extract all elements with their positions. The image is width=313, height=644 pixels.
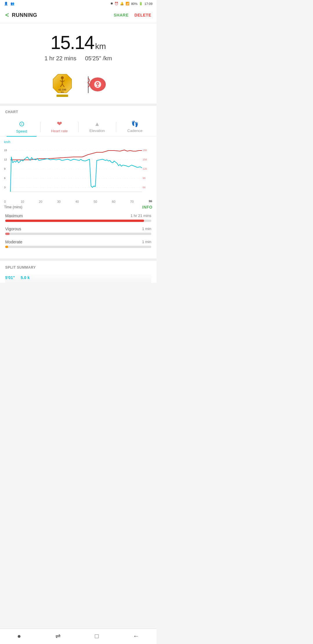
- zone-maximum-header: Maximum 1 hr 21 mins: [5, 214, 151, 218]
- zone-vigorous-header: Vigorous 1 min: [5, 227, 151, 231]
- back-button[interactable]: <: [5, 11, 9, 19]
- bottom-padding: [0, 283, 156, 300]
- status-bar: 👤 👥 ✱ ⏰ 🔔 📶 80% 🔋 17:09: [0, 0, 156, 7]
- svg-point-1: [61, 76, 64, 79]
- svg-text:km: km: [61, 91, 64, 93]
- tab-heartrate[interactable]: ❤ Heart rate: [41, 118, 78, 136]
- svg-text:126: 126: [143, 167, 147, 170]
- section-divider-1: [0, 104, 156, 106]
- speed-icon: ⊙: [19, 120, 25, 128]
- svg-text:9: 9: [4, 167, 6, 170]
- x-label-50: 50: [94, 200, 97, 204]
- split-col2: 5.0 k: [21, 275, 30, 280]
- app-bar: < RUNNING SHARE DELETE: [0, 7, 156, 23]
- status-left-icons: 👤 👥: [4, 2, 14, 6]
- heartrate-icon: ❤: [57, 120, 62, 128]
- app-bar-left: < RUNNING: [5, 11, 37, 19]
- person-icon: 👤: [4, 2, 8, 6]
- bluetooth-icon: ✱: [110, 2, 113, 6]
- sub-stats: 1 hr 22 mins 05'25" /km: [6, 55, 151, 62]
- svg-text:3: 3: [4, 186, 6, 189]
- zone-vigorous-label: Vigorous: [5, 227, 21, 231]
- share-button[interactable]: SHARE: [114, 13, 129, 17]
- delete-button[interactable]: DELETE: [134, 13, 151, 17]
- hr-zones: Maximum 1 hr 21 mins Vigorous 1 min Mode…: [0, 211, 156, 258]
- flag-badge-icon: [83, 73, 106, 97]
- badges-section: 42.195 km: [0, 68, 156, 104]
- clock-time: 17:09: [144, 2, 152, 6]
- svg-text:96: 96: [143, 177, 145, 180]
- x-label-0: 0: [4, 200, 6, 204]
- chart-tabs: ⊙ Speed ❤ Heart rate ▲ Elevation 👣 Caden…: [0, 117, 156, 137]
- tab-heartrate-label: Heart rate: [51, 129, 68, 133]
- split-section-label: SPLIT SUMMARY: [5, 265, 151, 269]
- tab-cadence-label: Cadence: [127, 129, 142, 133]
- split-col1: 5'01": [5, 275, 15, 280]
- svg-text:km/h: km/h: [4, 140, 10, 144]
- svg-text:66: 66: [143, 186, 145, 189]
- svg-text:156: 156: [143, 158, 147, 161]
- svg-text:42.195: 42.195: [58, 88, 66, 91]
- main-stats: 15.14 km 1 hr 22 mins 05'25" /km: [0, 23, 156, 68]
- duration-value: 1 hr 22 mins: [44, 55, 76, 62]
- zone-vigorous-bar-fill: [5, 233, 10, 235]
- zone-moderate: Moderate 1 min: [5, 240, 151, 248]
- distance-unit: km: [95, 42, 106, 51]
- zone-maximum-bar-bg: [5, 220, 151, 222]
- pace-value: 05'25" /km: [85, 55, 112, 62]
- notification-badge: 🔔: [120, 2, 124, 6]
- svg-text:6: 6: [4, 177, 6, 180]
- x-axis-labels: 0 10 20 30 40 50 60 70 🏁: [0, 199, 156, 204]
- x-label-10: 10: [21, 200, 24, 204]
- zone-maximum-bar-fill: [5, 220, 144, 222]
- zone-moderate-header: Moderate 1 min: [5, 240, 151, 244]
- tab-elevation-label: Elevation: [89, 129, 105, 133]
- zone-moderate-bar-fill: [5, 246, 8, 248]
- zone-vigorous-bar-bg: [5, 233, 151, 235]
- marathon-badge: 42.195 km: [51, 73, 74, 97]
- tab-speed[interactable]: ⊙ Speed: [3, 117, 40, 136]
- people-icon: 👥: [10, 2, 14, 6]
- split-section: SPLIT SUMMARY 5'01" 5.0 k: [0, 258, 156, 283]
- cadence-icon: 👣: [131, 120, 139, 127]
- page-title: RUNNING: [12, 12, 37, 18]
- tab-elevation[interactable]: ▲ Elevation: [79, 118, 116, 136]
- tab-cadence[interactable]: 👣 Cadence: [116, 118, 154, 136]
- zone-moderate-label: Moderate: [5, 240, 22, 244]
- x-label-20: 20: [39, 200, 42, 204]
- zone-maximum-label: Maximum: [5, 214, 23, 218]
- tab-speed-label: Speed: [16, 129, 27, 133]
- svg-text:186: 186: [143, 149, 147, 152]
- battery-level: 80%: [131, 2, 137, 6]
- chart-section: CHART ⊙ Speed ❤ Heart rate ▲ Elevation 👣…: [0, 106, 156, 211]
- zone-moderate-time: 1 min: [142, 240, 151, 244]
- chart-svg: km/h 15 12 9 6 3 186 156 126 96 66: [4, 140, 152, 198]
- svg-point-14: [97, 83, 98, 84]
- zone-moderate-bar-bg: [5, 246, 151, 248]
- marathon-badge-icon: 42.195 km: [52, 73, 73, 94]
- chart-section-label: CHART: [0, 110, 156, 114]
- split-row-partial: 5'01" 5.0 k: [5, 272, 151, 283]
- zone-maximum: Maximum 1 hr 21 mins: [5, 214, 151, 222]
- x-label-70: 70: [130, 200, 134, 204]
- zone-vigorous-time: 1 min: [142, 227, 151, 231]
- status-right-icons: ✱ ⏰ 🔔 📶 80% 🔋 17:09: [110, 2, 152, 6]
- chart-area: km/h 15 12 9 6 3 186 156 126 96 66: [0, 140, 156, 198]
- x-label-finish: 🏁: [148, 200, 152, 204]
- distance-display: 15.14 km: [6, 32, 151, 53]
- time-label-row: Time (mins) INFO: [0, 204, 156, 211]
- flag-badge: [83, 73, 106, 97]
- battery-icon: 🔋: [139, 2, 143, 6]
- svg-text:15: 15: [4, 149, 7, 152]
- signal-icon: 📶: [125, 2, 130, 6]
- svg-text:12: 12: [4, 158, 7, 161]
- x-label-30: 30: [57, 200, 61, 204]
- app-bar-actions: SHARE DELETE: [114, 13, 151, 17]
- zone-vigorous: Vigorous 1 min: [5, 227, 151, 235]
- x-label-60: 60: [112, 200, 115, 204]
- info-button[interactable]: INFO: [142, 205, 152, 209]
- alarm-icon: ⏰: [114, 2, 119, 6]
- x-label-40: 40: [75, 200, 79, 204]
- elevation-icon: ▲: [94, 121, 100, 127]
- distance-value: 15.14: [50, 32, 94, 53]
